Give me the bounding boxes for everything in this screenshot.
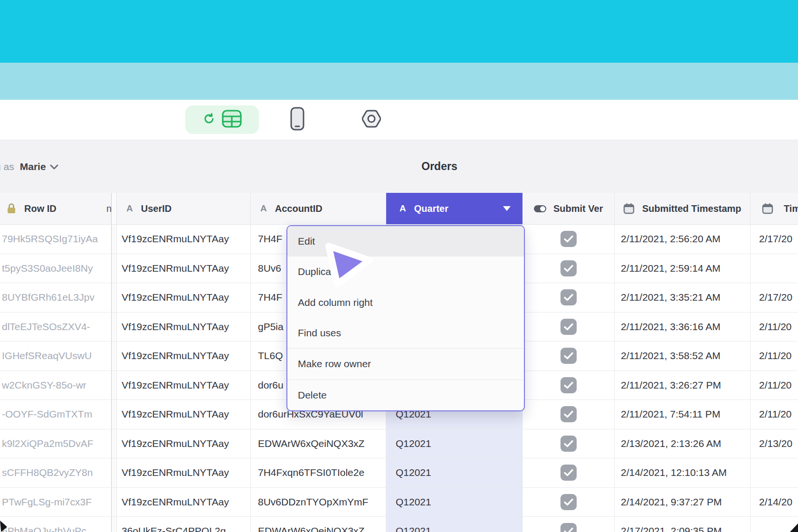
menu-item-find-uses[interactable]: Find uses — [287, 318, 524, 348]
column-header-quarter-selected[interactable]: A Quarter — [386, 193, 522, 224]
cell-submit[interactable] — [522, 225, 615, 254]
cell-row-id[interactable]: PTwFgLSg-mi7cx3F — [0, 488, 111, 517]
checkbox-checked-icon[interactable] — [560, 465, 577, 481]
frozen-pane-divider — [111, 400, 117, 429]
cell-userid[interactable]: Vf19zcENRmuLNYTAay — [117, 488, 251, 517]
cell-submitted-timestamp[interactable]: 2/11/2021, 2:59:14 AM — [615, 254, 750, 283]
cell-row-id[interactable]: 8UYBfGRh61eL3Jpv — [0, 283, 111, 312]
cell-quarter[interactable]: Q12021 — [386, 429, 522, 458]
cell-row-id[interactable]: -OOYF-SdGmTXTm — [0, 400, 111, 429]
reload-table-button[interactable] — [185, 105, 259, 134]
cell-submit[interactable] — [522, 517, 615, 532]
cell-submitted-timestamp[interactable]: 2/11/2021, 7:54:11 PM — [615, 400, 750, 429]
frozen-pane-divider — [111, 371, 117, 400]
cell-timestamp[interactable] — [750, 458, 798, 487]
checkbox-checked-icon[interactable] — [560, 289, 577, 305]
cell-submitted-timestamp[interactable]: 2/11/2021, 3:36:16 AM — [615, 313, 750, 342]
column-label: AccountID — [275, 203, 323, 214]
checkbox-checked-icon[interactable] — [560, 523, 577, 532]
cell-submitted-timestamp[interactable]: 2/11/2021, 3:58:52 AM — [615, 342, 750, 370]
cell-userid[interactable]: Vf19zcENRmuLNYTAay — [117, 254, 251, 283]
cell-submitted-timestamp[interactable]: 2/17/2021, 2:09:35 PM — [615, 517, 750, 532]
settings-button[interactable] — [359, 107, 384, 132]
cell-submitted-timestamp[interactable]: 2/11/2021, 3:26:27 PM — [615, 371, 750, 400]
cell-timestamp[interactable]: 2/11/20 — [750, 400, 798, 429]
cell-userid[interactable]: Vf19zcENRmuLNYTAay — [117, 400, 251, 429]
cell-row-id[interactable]: w2CknGSY-85o-wr — [0, 371, 111, 400]
cell-userid[interactable]: Vf19zcENRmuLNYTAay — [117, 429, 251, 458]
cell-quarter[interactable]: Q12021 — [386, 517, 522, 532]
cell-accountid[interactable]: EDWArW6xQeiNQX3xZ — [251, 517, 386, 532]
menu-item-add-column-right[interactable]: Add column right — [287, 287, 524, 318]
checkbox-checked-icon[interactable] — [560, 319, 577, 335]
cell-userid[interactable]: Vf19zcENRmuLNYTAay — [117, 225, 251, 254]
cell-timestamp[interactable] — [750, 517, 798, 532]
cell-timestamp[interactable] — [750, 254, 798, 283]
cell-submit[interactable] — [522, 371, 615, 400]
cell-timestamp[interactable]: 2/17/20 — [750, 225, 798, 254]
cell-row-id[interactable]: sCFFH8QB2vyZY8n — [0, 458, 111, 487]
cell-submitted-timestamp[interactable]: 2/13/2021, 2:13:26 AM — [615, 429, 750, 458]
cell-timestamp[interactable]: 2/11/20 — [750, 371, 798, 400]
cell-submit[interactable] — [522, 429, 615, 458]
table-header-row: Row ID n A UserID A AccountID A Quarter … — [0, 193, 798, 225]
cell-submitted-timestamp[interactable]: 2/14/2021, 12:10:13 AM — [615, 458, 750, 487]
checkbox-checked-icon[interactable] — [560, 494, 577, 510]
cell-row-id[interactable]: dlTeEJTeSOsZXV4- — [0, 313, 111, 342]
column-label: Timestamp — [784, 203, 798, 214]
cell-userid[interactable]: Vf19zcENRmuLNYTAay — [117, 313, 251, 342]
cell-userid[interactable]: Vf19zcENRmuLNYTAay — [117, 458, 251, 487]
cell-row-id[interactable]: 6PbMaQJy-thVuPc — [0, 517, 111, 532]
cell-submit[interactable] — [522, 342, 615, 370]
checkbox-checked-icon[interactable] — [560, 348, 577, 364]
cell-timestamp[interactable]: 2/11/20 — [750, 342, 798, 370]
frozen-pane-divider — [111, 342, 117, 370]
checkbox-checked-icon[interactable] — [560, 406, 577, 422]
cell-row-id[interactable]: 79Hk5RSQSIg71iyAa — [0, 225, 111, 254]
cell-submit[interactable] — [522, 254, 615, 283]
frozen-pane-divider[interactable] — [111, 193, 117, 224]
cell-submitted-timestamp[interactable]: 2/11/2021, 3:35:21 AM — [615, 283, 750, 312]
cell-submit[interactable] — [522, 458, 615, 487]
menu-item-delete[interactable]: Delete — [287, 380, 524, 410]
cell-timestamp[interactable]: 2/11/20 — [750, 313, 798, 342]
menu-item-make-row-owner[interactable]: Make row owner — [287, 349, 524, 379]
cell-userid[interactable]: Vf19zcENRmuLNYTAay — [117, 342, 251, 370]
cell-row-id[interactable]: k9l2XiQPa2m5DvAF — [0, 429, 111, 458]
checkbox-checked-icon[interactable] — [560, 231, 577, 247]
checkbox-checked-icon[interactable] — [560, 260, 577, 276]
cell-submit[interactable] — [522, 283, 615, 312]
cell-row-id[interactable]: t5pyS3S0aoJeeI8Ny — [0, 254, 111, 283]
column-header-submitted-timestamp[interactable]: Submitted Timestamp — [615, 193, 750, 224]
column-header-row-id[interactable]: Row ID n — [0, 193, 111, 224]
menu-item-edit[interactable]: Edit — [287, 226, 524, 256]
cell-submit[interactable] — [522, 488, 615, 517]
cell-userid[interactable]: 36oUkEz-SrC4PPQL2g — [117, 517, 251, 532]
viewing-as-dropdown[interactable]: g as Marie — [0, 140, 58, 193]
cell-accountid[interactable]: EDWArW6xQeiNQX3xZ — [251, 429, 386, 458]
cell-submit[interactable] — [522, 313, 615, 342]
cell-submit[interactable] — [522, 400, 615, 429]
column-header-userid[interactable]: A UserID — [117, 193, 251, 224]
cell-userid[interactable]: Vf19zcENRmuLNYTAay — [117, 283, 251, 312]
column-label: Quarter — [414, 203, 448, 214]
cell-userid[interactable]: Vf19zcENRmuLNYTAay — [117, 371, 251, 400]
checkbox-checked-icon[interactable] — [560, 377, 577, 393]
checkbox-checked-icon[interactable] — [560, 436, 577, 452]
column-header-timestamp[interactable]: Timestamp — [750, 193, 798, 224]
cell-accountid[interactable]: 8Uv6DDznTYOpXmYmF — [251, 488, 386, 517]
cell-timestamp[interactable]: 2/14/20 — [750, 488, 798, 517]
phone-preview-button[interactable] — [285, 107, 310, 132]
cell-quarter[interactable]: Q12021 — [386, 488, 522, 517]
cell-submitted-timestamp[interactable]: 2/14/2021, 9:37:27 PM — [615, 488, 750, 517]
column-header-accountid[interactable]: A AccountID — [251, 193, 386, 224]
cell-timestamp[interactable]: 2/17/20 — [750, 283, 798, 312]
cell-accountid[interactable]: 7H4Fxqn6TFSI0TIole2e — [251, 458, 386, 487]
cell-row-id[interactable]: IGHefSReaqVUswU — [0, 342, 111, 370]
column-menu-arrow-icon[interactable] — [503, 206, 511, 211]
cell-quarter[interactable]: Q12021 — [386, 458, 522, 487]
cell-submitted-timestamp[interactable]: 2/11/2021, 2:56:20 AM — [615, 225, 750, 254]
cell-timestamp[interactable]: 2/13/20 — [750, 429, 798, 458]
column-header-submit[interactable]: Submit Ver — [522, 193, 615, 224]
menu-item-duplicate[interactable]: Duplicate — [287, 256, 524, 287]
